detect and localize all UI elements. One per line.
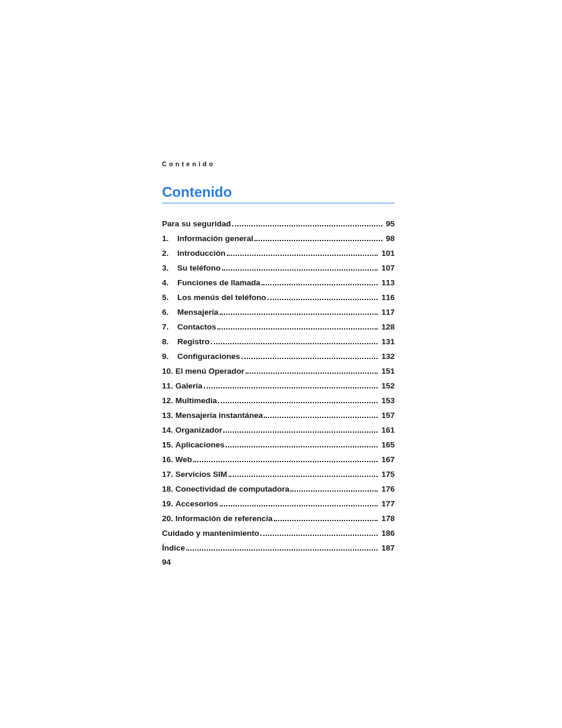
toc-entry-number: 18. <box>162 485 173 493</box>
toc-entry-title: Conectividad de computadora <box>176 485 290 493</box>
toc-entry-page: 117 <box>380 308 395 317</box>
toc-entry-page: 177 <box>380 500 395 508</box>
toc-leader-dots <box>193 461 378 462</box>
toc-entry-number: 12. <box>162 397 173 405</box>
toc-entry[interactable]: Para su seguridad95 <box>162 220 395 228</box>
toc-entry-page: 116 <box>380 294 395 302</box>
toc-entry[interactable]: 8.Registro131 <box>162 338 395 346</box>
toc-entry-page: 175 <box>380 470 395 479</box>
toc-entry-title: Información de referencia <box>176 515 273 523</box>
toc-entry[interactable]: 7.Contactos128 <box>162 323 395 331</box>
toc-entry[interactable]: 3.Su teléfono107 <box>162 264 395 272</box>
toc-leader-dots <box>262 284 378 285</box>
toc-entry-number: 10. <box>162 367 173 375</box>
toc-entry[interactable]: 10.El menú Operador151 <box>162 367 395 375</box>
toc-entry[interactable]: 6.Mensajería117 <box>162 308 395 317</box>
toc-entry-number: 5. <box>162 294 177 302</box>
toc-leader-dots <box>211 343 378 344</box>
page-title: Contenido <box>162 184 395 203</box>
toc-leader-dots <box>246 373 378 374</box>
toc-entry-page: 178 <box>380 515 395 523</box>
toc-entry-title: Registro <box>177 338 210 346</box>
toc-entry[interactable]: 16.Web167 <box>162 456 395 464</box>
toc-entry-page: 128 <box>380 323 395 331</box>
toc-leader-dots <box>220 505 378 506</box>
toc-entry-page: 95 <box>385 220 395 228</box>
toc-entry-title: Introducción <box>177 249 226 258</box>
toc-leader-dots <box>232 225 382 226</box>
toc-leader-dots <box>254 240 382 241</box>
toc-leader-dots <box>274 520 378 521</box>
toc-entry[interactable]: 9.Configuraciones132 <box>162 353 395 361</box>
toc-entry[interactable]: 14.Organizador161 <box>162 426 395 434</box>
toc-entry-page: 153 <box>380 397 395 405</box>
toc-leader-dots <box>223 431 378 433</box>
toc-entry-title: Contactos <box>177 323 216 331</box>
toc-entry-number: 4. <box>162 279 177 287</box>
toc-entry-title: Aplicaciones <box>176 441 224 449</box>
content-area: Contenido Contenido Para su seguridad951… <box>162 160 395 559</box>
toc-leader-dots <box>260 535 378 536</box>
toc-entry[interactable]: Índice187 <box>162 544 395 552</box>
toc-leader-dots <box>220 314 378 315</box>
toc-leader-dots <box>264 417 378 418</box>
toc-entry-title: Los menús del teléfono <box>177 294 266 302</box>
toc-entry[interactable]: Cuidado y mantenimiento186 <box>162 529 395 538</box>
toc-entry-title: Información general <box>177 235 253 243</box>
toc-entry-page: 101 <box>380 249 395 258</box>
toc-entry-title: Multimedia <box>176 397 217 405</box>
toc-entry-page: 107 <box>380 264 395 272</box>
toc-entry-title: Mensajería <box>177 308 219 317</box>
toc-leader-dots <box>204 387 378 388</box>
toc-entry[interactable]: 19.Accesorios177 <box>162 500 395 508</box>
page-number: 94 <box>162 558 171 566</box>
toc-entry[interactable]: 13.Mensajería instantánea157 <box>162 411 395 420</box>
toc-entry-number: 19. <box>162 500 173 508</box>
toc-leader-dots <box>226 446 378 447</box>
toc-entry-title: Funciones de llamada <box>177 279 260 287</box>
toc-entry-page: 187 <box>380 544 395 552</box>
toc-entry-title: Para su seguridad <box>162 220 231 228</box>
toc-entry-number: 8. <box>162 338 177 346</box>
toc-leader-dots <box>227 255 378 256</box>
toc-entry[interactable]: 15.Aplicaciones165 <box>162 441 395 449</box>
toc-entry-title: Servicios SIM <box>176 470 227 479</box>
toc-entry-page: 165 <box>380 441 395 449</box>
toc-entry-page: 167 <box>380 456 395 464</box>
toc-entry-number: 16. <box>162 456 173 464</box>
toc-entry-title: Web <box>176 456 192 464</box>
table-of-contents: Para su seguridad951.Información general… <box>162 220 395 552</box>
toc-entry[interactable]: 1.Información general98 <box>162 235 395 243</box>
toc-entry-page: 157 <box>380 411 395 420</box>
toc-entry[interactable]: 18.Conectividad de computadora176 <box>162 485 395 493</box>
toc-entry[interactable]: 5.Los menús del teléfono116 <box>162 294 395 302</box>
toc-entry-number: 9. <box>162 353 177 361</box>
toc-entry-page: 152 <box>380 382 395 390</box>
toc-leader-dots <box>229 476 378 477</box>
toc-entry-number: 3. <box>162 264 177 272</box>
toc-entry[interactable]: 11.Galería152 <box>162 382 395 390</box>
toc-entry-number: 11. <box>162 382 173 390</box>
toc-entry-page: 131 <box>380 338 395 346</box>
toc-entry-number: 1. <box>162 235 177 243</box>
toc-leader-dots <box>267 299 378 300</box>
toc-entry-title: Accesorios <box>176 500 219 508</box>
toc-entry[interactable]: 4.Funciones de llamada113 <box>162 279 395 287</box>
toc-entry-number: 15. <box>162 441 173 449</box>
toc-entry-title: Galería <box>176 382 203 390</box>
toc-leader-dots <box>290 490 378 492</box>
toc-entry-page: 161 <box>380 426 395 434</box>
toc-entry[interactable]: 12.Multimedia153 <box>162 397 395 405</box>
toc-leader-dots <box>186 549 378 551</box>
document-page: Contenido Contenido Para su seguridad951… <box>0 0 562 728</box>
toc-entry[interactable]: 20.Información de referencia178 <box>162 515 395 523</box>
toc-entry-page: 98 <box>385 235 395 243</box>
toc-leader-dots <box>242 358 378 359</box>
toc-entry-number: 2. <box>162 249 177 258</box>
toc-entry-number: 20. <box>162 515 173 523</box>
toc-entry[interactable]: 17.Servicios SIM175 <box>162 470 395 479</box>
toc-entry-title: Índice <box>162 544 185 552</box>
toc-entry[interactable]: 2.Introducción101 <box>162 249 395 258</box>
toc-leader-dots <box>222 269 378 271</box>
toc-entry-page: 186 <box>380 529 395 538</box>
